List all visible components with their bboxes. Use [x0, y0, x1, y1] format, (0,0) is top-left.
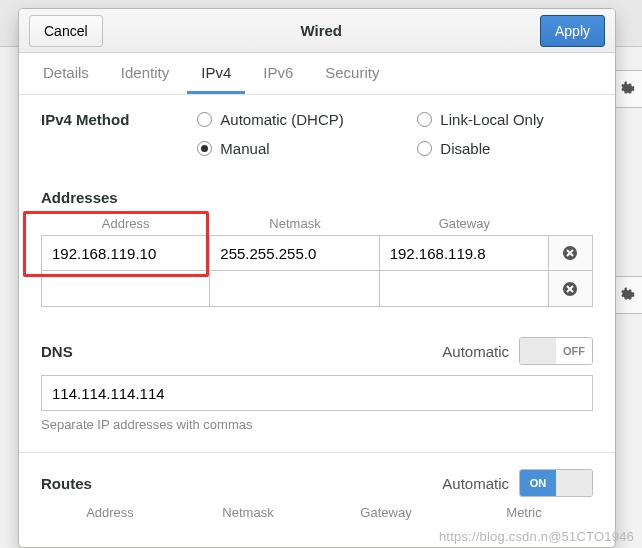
titlebar: Cancel Wired Apply — [19, 9, 615, 53]
col-address: Address — [41, 501, 179, 524]
network-settings-dialog: Cancel Wired Apply Details Identity IPv4… — [18, 8, 616, 548]
dns-hint: Separate IP addresses with commas — [41, 417, 593, 432]
switch-off-label: OFF — [556, 470, 592, 496]
ipv4-method-label: IPv4 Method — [41, 111, 159, 157]
tab-identity[interactable]: Identity — [107, 53, 183, 94]
radio-label: Automatic (DHCP) — [220, 111, 343, 128]
dns-servers-input[interactable] — [41, 375, 593, 411]
netmask-input[interactable] — [210, 235, 379, 271]
gear-icon — [619, 81, 635, 97]
routes-header-row: Address Netmask Gateway Metric — [41, 501, 593, 524]
switch-on-label: ON — [520, 338, 556, 364]
address-row — [41, 235, 593, 271]
routes-automatic-switch[interactable]: ON OFF — [519, 469, 593, 497]
address-input[interactable] — [41, 271, 210, 307]
radio-manual[interactable]: Manual — [197, 140, 417, 157]
radio-icon — [197, 141, 212, 156]
col-gateway: Gateway — [317, 501, 455, 524]
tab-ipv4[interactable]: IPv4 — [187, 53, 245, 94]
close-icon — [562, 245, 578, 261]
radio-icon — [417, 141, 432, 156]
radio-icon — [417, 112, 432, 127]
col-gateway: Gateway — [380, 212, 549, 235]
col-netmask: Netmask — [179, 501, 317, 524]
tab-content-ipv4: IPv4 Method Automatic (DHCP) Link-Local … — [19, 95, 615, 547]
delete-row-button[interactable] — [549, 271, 593, 307]
dns-automatic-switch[interactable]: ON OFF — [519, 337, 593, 365]
addresses-heading: Addresses — [41, 189, 593, 206]
address-input[interactable] — [41, 235, 210, 271]
radio-disable[interactable]: Disable — [417, 140, 543, 157]
switch-on-label: ON — [520, 470, 556, 496]
dialog-title: Wired — [103, 22, 540, 39]
divider — [19, 452, 615, 453]
tab-ipv6[interactable]: IPv6 — [249, 53, 307, 94]
gear-icon — [619, 287, 635, 303]
address-row — [41, 271, 593, 307]
tab-details[interactable]: Details — [29, 53, 103, 94]
close-icon — [562, 281, 578, 297]
delete-row-button[interactable] — [549, 235, 593, 271]
cancel-button[interactable]: Cancel — [29, 15, 103, 47]
gateway-input[interactable] — [380, 271, 549, 307]
tab-bar: Details Identity IPv4 IPv6 Security — [19, 53, 615, 95]
routes-heading: Routes — [41, 475, 122, 492]
radio-link-local[interactable]: Link-Local Only — [417, 111, 543, 128]
netmask-input[interactable] — [210, 271, 379, 307]
apply-button[interactable]: Apply — [540, 15, 605, 47]
radio-auto-dhcp[interactable]: Automatic (DHCP) — [197, 111, 417, 128]
gateway-input[interactable] — [380, 235, 549, 271]
radio-label: Manual — [220, 140, 269, 157]
switch-off-label: OFF — [556, 338, 592, 364]
col-netmask: Netmask — [210, 212, 379, 235]
tab-security[interactable]: Security — [311, 53, 393, 94]
radio-label: Disable — [440, 140, 490, 157]
radio-icon — [197, 112, 212, 127]
col-metric: Metric — [455, 501, 593, 524]
dns-heading: DNS — [41, 343, 103, 360]
dns-automatic-label: Automatic — [442, 343, 509, 360]
routes-automatic-label: Automatic — [442, 475, 509, 492]
radio-label: Link-Local Only — [440, 111, 543, 128]
addresses-header-row: Address Netmask Gateway — [41, 212, 593, 235]
col-address: Address — [41, 212, 210, 235]
